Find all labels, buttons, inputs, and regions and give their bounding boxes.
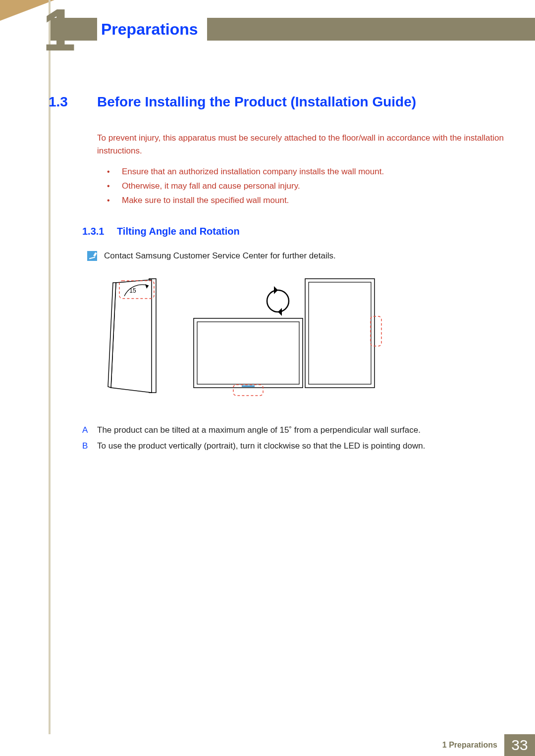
chapter-title: Preparations xyxy=(97,18,207,41)
desc-b: To use the product vertically (portrait)… xyxy=(97,438,425,454)
section-heading: 1.3 Before Installing the Product (Insta… xyxy=(49,94,505,110)
warning-item: Make sure to install the specified wall … xyxy=(107,194,505,208)
chapter-number: 1 xyxy=(43,0,76,59)
list-item-a: A The product can be tilted at a maximum… xyxy=(82,422,505,438)
desc-a: The product can be tilted at a maximum a… xyxy=(97,422,421,438)
subsection-heading: 1.3.1 Tilting Angle and Rotation xyxy=(82,226,505,237)
svg-point-9 xyxy=(267,290,289,312)
page-footer: 1 Preparations 33 xyxy=(0,734,535,756)
svg-rect-13 xyxy=(309,282,371,384)
svg-marker-1 xyxy=(111,280,152,393)
section-title: Before Installing the Product (Installat… xyxy=(97,94,416,110)
intro-warning-text: To prevent injury, this apparatus must b… xyxy=(97,132,505,157)
warning-bullet-list: Ensure that an authorized installation c… xyxy=(107,165,505,208)
note-row: Contact Samsung Customer Service Center … xyxy=(87,251,505,261)
svg-marker-10 xyxy=(274,286,278,294)
svg-marker-11 xyxy=(278,308,282,316)
tilt-rotation-diagram: 15 xyxy=(97,274,414,403)
page-number: 33 xyxy=(504,734,535,756)
footer-section-label: 1 Preparations xyxy=(0,734,504,756)
svg-rect-6 xyxy=(197,322,299,384)
list-item-b: B To use the product vertically (portrai… xyxy=(82,438,505,454)
section-number: 1.3 xyxy=(49,94,97,110)
note-text: Contact Samsung Customer Service Center … xyxy=(104,251,336,261)
subsection-number: 1.3.1 xyxy=(82,226,117,237)
ab-description-list: A The product can be tilted at a maximum… xyxy=(82,422,505,454)
page-content: 1.3 Before Installing the Product (Insta… xyxy=(49,94,505,454)
tilt-angle-label: 15 xyxy=(129,287,136,294)
subsection-title: Tilting Angle and Rotation xyxy=(117,226,240,237)
warning-item: Ensure that an authorized installation c… xyxy=(107,165,505,179)
warning-item: Otherwise, it may fall and cause persona… xyxy=(107,179,505,194)
label-a: A xyxy=(82,422,97,438)
note-icon xyxy=(87,251,97,261)
label-b: B xyxy=(82,438,97,454)
